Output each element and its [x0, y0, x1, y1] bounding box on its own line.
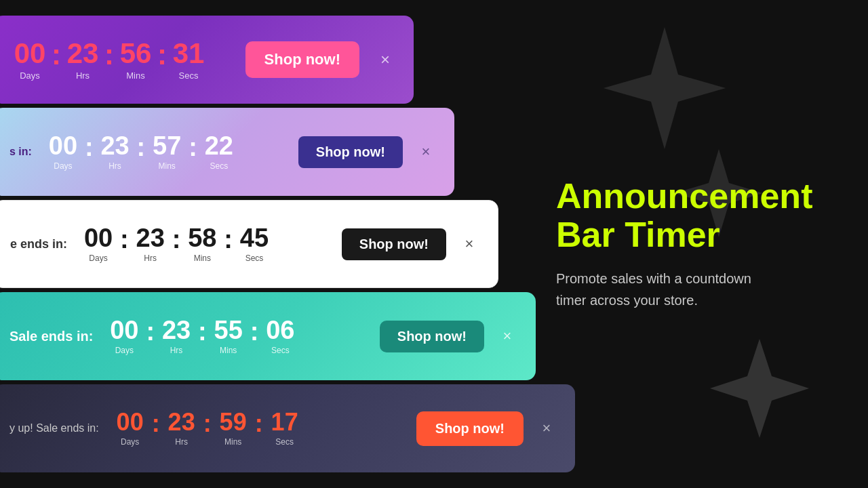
hrs-label-5: Hrs: [175, 437, 188, 447]
colon-4b: :: [198, 319, 207, 354]
colon-1b: :: [104, 41, 114, 79]
colon-4a: :: [146, 319, 155, 354]
hrs-value-3: 23: [136, 225, 165, 251]
close-button-2[interactable]: ×: [414, 140, 438, 164]
timer-hrs-5: 23 Hrs: [161, 410, 202, 447]
timer-hrs-4: 23 Hrs: [156, 317, 197, 355]
colon-2b: :: [137, 134, 146, 169]
hrs-value-2: 23: [100, 133, 129, 159]
colon-5b: :: [203, 411, 212, 445]
timer-days-1: 00 Days: [9, 39, 50, 81]
secs-value-3: 45: [240, 225, 269, 251]
mins-label-5: Mins: [224, 437, 241, 447]
panel-title: Announcement Bar Timer: [556, 177, 841, 254]
close-button-1[interactable]: ×: [373, 47, 397, 72]
days-label-4: Days: [115, 346, 134, 355]
mins-value-1: 56: [120, 39, 152, 68]
panel-description: Promote sales with a countdown timer acr…: [556, 268, 773, 311]
timer-5: 00 Days : 23 Hrs : 59 Mins : 17 Secs: [110, 410, 305, 447]
days-value-1: 00: [14, 39, 46, 68]
hrs-label-4: Hrs: [170, 346, 183, 355]
secs-label-1: Secs: [179, 70, 199, 81]
timer-hrs-2: 23 Hrs: [95, 133, 136, 171]
hrs-value-4: 23: [162, 317, 191, 343]
mins-value-5: 59: [220, 410, 247, 434]
colon-1c: :: [157, 41, 167, 79]
colon-3c: :: [224, 226, 233, 262]
timer-mins-3: 58 Mins: [182, 225, 222, 263]
sale-text-4: Sale ends in:: [9, 329, 93, 344]
shop-button-3[interactable]: Shop now!: [342, 228, 446, 260]
colon-1a: :: [52, 41, 61, 79]
mins-label-2: Mins: [159, 161, 176, 171]
colon-4c: :: [250, 319, 259, 354]
timer-days-2: 00 Days: [43, 133, 83, 171]
timer-secs-2: 22 Secs: [199, 133, 239, 171]
timer-4: 00 Days : 23 Hrs : 55 Mins : 06 Secs: [104, 317, 300, 355]
days-value-4: 00: [110, 317, 138, 343]
days-label-2: Days: [54, 161, 72, 171]
secs-label-4: Secs: [271, 346, 290, 355]
timer-2: 00 Days : 23 Hrs : 57 Mins : 22 Secs: [43, 133, 239, 171]
timer-secs-4: 06 Secs: [260, 317, 300, 355]
timer-hrs-3: 23 Hrs: [130, 225, 171, 263]
mins-label-4: Mins: [220, 346, 237, 355]
hrs-value-5: 23: [168, 410, 195, 434]
timer-mins-2: 57 Mins: [146, 133, 187, 171]
bars-container: 00 Days : 23 Hrs : 56 Mins : 31 Secs Sho…: [0, 0, 583, 488]
colon-2c: :: [189, 134, 197, 169]
colon-5c: :: [255, 411, 263, 445]
colon-3b: :: [172, 226, 181, 262]
secs-label-5: Secs: [275, 437, 294, 447]
mins-label-3: Mins: [194, 253, 211, 263]
days-label-1: Days: [20, 70, 40, 81]
timer-days-3: 00 Days: [78, 225, 119, 263]
secs-label-2: Secs: [210, 161, 229, 171]
timer-1: 00 Days : 23 Hrs : 56 Mins : 31 Secs: [9, 39, 209, 81]
secs-value-2: 22: [205, 133, 233, 159]
timer-mins-5: 59 Mins: [213, 410, 254, 447]
announcement-bar-3: e ends in: 00 Days : 23 Hrs : 58 Mins : …: [0, 200, 498, 288]
secs-value-1: 31: [173, 39, 205, 68]
colon-2a: :: [85, 134, 94, 169]
shop-button-2[interactable]: Shop now!: [298, 136, 403, 168]
days-label-5: Days: [121, 437, 139, 447]
mins-value-4: 55: [214, 317, 243, 343]
secs-value-5: 17: [271, 410, 298, 434]
hrs-label-3: Hrs: [144, 253, 157, 263]
colon-5a: :: [152, 411, 160, 445]
timer-days-4: 00 Days: [104, 317, 144, 355]
secs-value-4: 06: [266, 317, 294, 343]
announcement-bar-2: s in: 00 Days : 23 Hrs : 57 Mins : 22 Se…: [0, 108, 454, 196]
colon-3a: :: [120, 226, 129, 262]
hrs-label-2: Hrs: [108, 161, 121, 171]
timer-mins-4: 55 Mins: [208, 317, 249, 355]
shop-button-5[interactable]: Shop now!: [416, 411, 524, 446]
timer-secs-3: 45 Secs: [234, 225, 275, 263]
mins-label-1: Mins: [126, 70, 144, 81]
announcement-bar-4: Sale ends in: 00 Days : 23 Hrs : 55 Mins…: [0, 292, 536, 380]
sale-text-2: s in:: [9, 146, 32, 158]
announcement-bar-5: y up! Sale ends in: 00 Days : 23 Hrs : 5…: [0, 384, 575, 472]
close-button-5[interactable]: ×: [534, 416, 559, 441]
sale-text-3: e ends in:: [10, 237, 67, 251]
shop-button-4[interactable]: Shop now!: [380, 321, 484, 352]
close-button-4[interactable]: ×: [495, 324, 519, 348]
timer-3: 00 Days : 23 Hrs : 58 Mins : 45 Secs: [78, 225, 275, 263]
mins-value-2: 57: [153, 133, 181, 159]
days-value-2: 00: [49, 133, 77, 159]
shop-button-1[interactable]: Shop now!: [245, 41, 359, 78]
hrs-value-1: 23: [67, 39, 99, 68]
days-value-3: 00: [84, 225, 113, 251]
timer-secs-5: 17 Secs: [264, 410, 305, 447]
timer-secs-1: 31 Secs: [168, 39, 209, 81]
sale-text-5: y up! Sale ends in:: [9, 422, 99, 434]
mins-value-3: 58: [188, 225, 216, 251]
days-label-3: Days: [89, 253, 107, 263]
days-value-5: 00: [117, 410, 144, 434]
close-button-3[interactable]: ×: [457, 232, 481, 256]
right-panel: Announcement Bar Timer Promote sales wit…: [556, 0, 868, 488]
secs-label-3: Secs: [245, 253, 264, 263]
hrs-label-1: Hrs: [76, 70, 90, 81]
timer-hrs-1: 23 Hrs: [62, 39, 103, 81]
